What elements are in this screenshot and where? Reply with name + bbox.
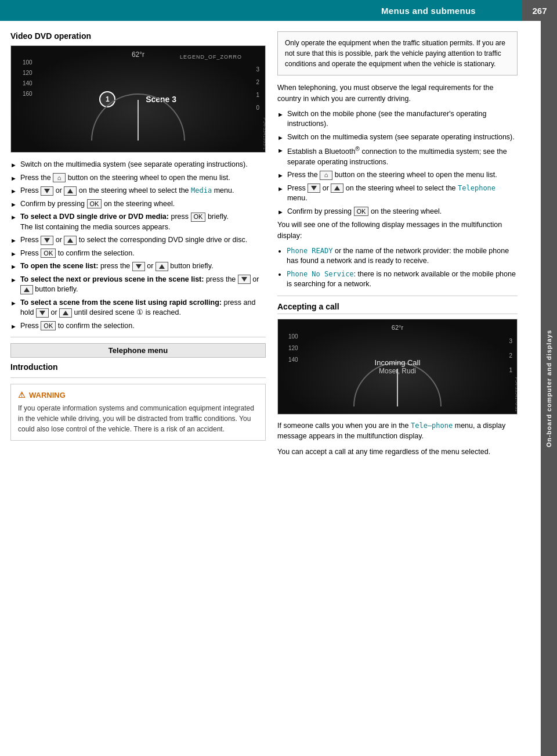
bullet-icon: ► bbox=[277, 208, 284, 217]
call-top-label: 62°r bbox=[392, 324, 403, 331]
list-item: ► Press the ⌂ button on the steering whe… bbox=[10, 173, 266, 183]
dvd-speed-marks-left: 100120140160 bbox=[23, 57, 32, 99]
dvd-speedo-arc bbox=[80, 82, 196, 146]
up-btn bbox=[155, 262, 168, 271]
page-number: 267 bbox=[522, 0, 557, 21]
list-item: Phone READY or the name of the network p… bbox=[287, 246, 518, 267]
incoming-line2: Moser, Rudi bbox=[375, 367, 421, 375]
bullet-icon: ► bbox=[277, 171, 284, 180]
message-mono-1: Phone READY bbox=[287, 247, 332, 255]
call-speed-marks-right: 321 bbox=[509, 334, 512, 377]
dvd-speed-marks-right: 3210 bbox=[256, 63, 259, 114]
incoming-line1: Incoming Call bbox=[375, 358, 421, 367]
list-item: ► Confirm by pressing OK on the steering… bbox=[277, 207, 518, 217]
bullet-icon: ► bbox=[277, 185, 284, 193]
call-watermark: P54-3354176-31 bbox=[514, 377, 518, 412]
list-item: ► Switch on the mobile phone (see the ma… bbox=[277, 109, 518, 129]
accepting-para-1: If someone calls you when you are in the… bbox=[277, 420, 518, 442]
list-item: ► Press the ⌂ button on the steering whe… bbox=[277, 170, 518, 181]
bullet-icon: ► bbox=[10, 174, 17, 183]
messages-list: Phone READY or the name of the network p… bbox=[277, 246, 518, 290]
bullet-icon: ► bbox=[10, 299, 17, 308]
divider bbox=[277, 296, 518, 296]
bullet-icon: ► bbox=[10, 262, 17, 271]
bullet-icon: ► bbox=[10, 213, 17, 222]
list-item: Phone No Service: there is no network av… bbox=[287, 269, 518, 290]
divider bbox=[10, 377, 266, 378]
up-btn bbox=[20, 285, 33, 294]
left-column: Video DVD operation 62°r LEGEND_OF_ZORRO… bbox=[10, 31, 266, 462]
list-item: ► To select the next or previous scene i… bbox=[10, 275, 266, 295]
header-bar: Menus and submenus 267 bbox=[0, 0, 557, 21]
right-column: Only operate the equipment when the traf… bbox=[277, 31, 518, 462]
down-btn bbox=[41, 186, 53, 196]
down-btn bbox=[41, 236, 53, 245]
telephone-mono: Tele–phone bbox=[411, 422, 453, 430]
warning-box: ⚠ WARNING If you operate information sys… bbox=[10, 384, 266, 441]
bullet-icon: ► bbox=[10, 236, 17, 245]
bullet-icon: ► bbox=[277, 110, 284, 119]
sidebar-label: On-board computer and displays bbox=[545, 330, 552, 447]
list-item: ► Establish a Bluetooth® connection to t… bbox=[277, 145, 518, 167]
list-item: ► Switch on the multimedia system (see s… bbox=[277, 132, 518, 143]
introduction-title: Introduction bbox=[10, 362, 266, 372]
telephoning-paragraph: When telephoning, you must observe the l… bbox=[277, 82, 518, 105]
dvd-legend: LEGEND_OF_ZORRO bbox=[180, 54, 242, 60]
main-content: Video DVD operation 62°r LEGEND_OF_ZORRO… bbox=[0, 21, 541, 473]
bullet-icon: ► bbox=[10, 250, 17, 258]
bullet-icon: ► bbox=[277, 134, 284, 142]
bullet-icon: ► bbox=[10, 200, 17, 209]
dvd-watermark: P54-3341993-1 bbox=[262, 118, 266, 150]
dvd-section-title: Video DVD operation bbox=[10, 31, 266, 41]
up-btn bbox=[59, 308, 72, 318]
divider bbox=[10, 337, 266, 337]
list-item: ► To open the scene list: press the or b… bbox=[10, 261, 266, 272]
ok-btn: OK bbox=[354, 207, 369, 216]
warning-header: ⚠ WARNING bbox=[18, 390, 258, 399]
right-sidebar: On-board computer and displays bbox=[541, 21, 557, 756]
bullet-icon: ► bbox=[277, 146, 284, 155]
ok-btn: OK bbox=[87, 199, 102, 208]
list-item: ► Press or on the steering wheel to sele… bbox=[10, 186, 266, 196]
home-btn: ⌂ bbox=[320, 171, 332, 180]
warning-text: If you operate information systems and c… bbox=[18, 403, 258, 434]
down-btn bbox=[132, 262, 145, 271]
call-image: 62°r 100120140 321 Incoming Call Moser, … bbox=[277, 319, 518, 415]
bullet-icon: ► bbox=[10, 161, 17, 170]
ok-btn: OK bbox=[41, 321, 56, 330]
up-btn bbox=[64, 236, 77, 245]
up-btn bbox=[64, 186, 77, 196]
ok-btn: OK bbox=[41, 249, 56, 258]
warning-icon: ⚠ bbox=[18, 390, 26, 399]
dvd-instructions-list: ► Switch on the multimedia system (see s… bbox=[10, 160, 266, 331]
list-item: ► Press OK to confirm the selection. bbox=[10, 321, 266, 332]
down-btn bbox=[36, 308, 49, 318]
up-btn bbox=[331, 183, 343, 193]
bullet-icon: ► bbox=[10, 276, 17, 285]
list-item: ► Press or on the steering wheel to sele… bbox=[277, 183, 518, 204]
display-messages-intro: You will see one of the following displa… bbox=[277, 219, 518, 242]
accepting-para-2: You can accept a call at any time regard… bbox=[277, 447, 518, 458]
right-instructions-list: ► Switch on the mobile phone (see the ma… bbox=[277, 109, 518, 217]
down-btn bbox=[238, 275, 251, 284]
accepting-call-title: Accepting a call bbox=[277, 302, 518, 314]
warning-title: WARNING bbox=[29, 391, 66, 399]
header-title: Menus and submenus bbox=[0, 6, 522, 16]
safety-text: Only operate the equipment when the traf… bbox=[285, 39, 505, 68]
call-text-center: Incoming Call Moser, Rudi bbox=[375, 358, 421, 375]
bullet-icon: ► bbox=[10, 187, 17, 196]
telephone-menu-label: Telephone menu bbox=[10, 343, 266, 358]
down-btn bbox=[308, 183, 320, 193]
home-btn: ⌂ bbox=[53, 173, 66, 182]
list-item: ► Press OK to confirm the selection. bbox=[10, 249, 266, 259]
list-item: ► Confirm by pressing OK on the steering… bbox=[10, 199, 266, 210]
bullet-icon: ► bbox=[10, 322, 17, 331]
message-mono-2: Phone No Service bbox=[287, 270, 354, 278]
safety-box: Only operate the equipment when the traf… bbox=[277, 31, 518, 75]
dvd-top-label: 62°r bbox=[132, 51, 144, 59]
ok-btn: OK bbox=[191, 213, 206, 222]
list-item: ► Switch on the multimedia system (see s… bbox=[10, 160, 266, 170]
list-item: ► Press or to select the corresponding D… bbox=[10, 235, 266, 246]
call-speed-marks-left: 100120140 bbox=[288, 331, 298, 366]
list-item: ► To select a scene from the scene list … bbox=[10, 298, 266, 318]
